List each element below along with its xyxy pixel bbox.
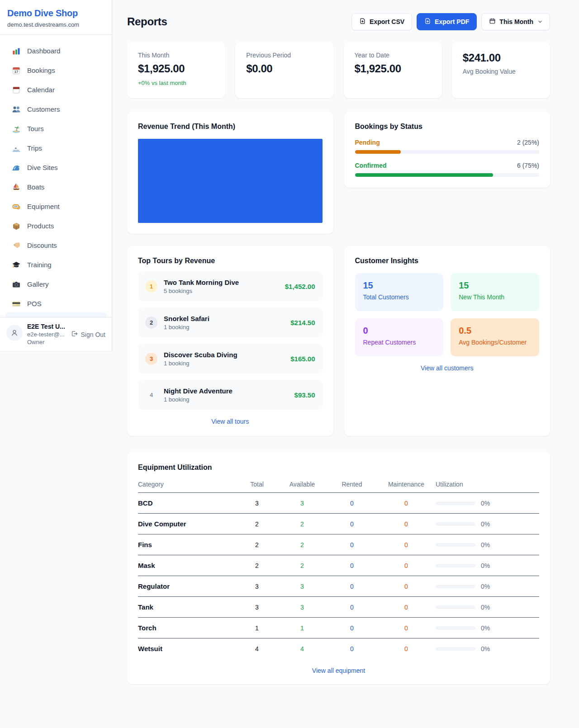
sidebar-item-label: Bookings (27, 66, 55, 74)
speedboat-icon (12, 144, 21, 153)
insight-repeat-customers: 0 Repeat Customers (355, 318, 444, 356)
revenue-trend-card: Revenue Trend (This Month) (127, 112, 333, 234)
stat-value: $1,925.00 (355, 62, 431, 75)
view-all-tours-link[interactable]: View all tours (138, 418, 323, 425)
stat-label: Year to Date (355, 52, 431, 59)
sidebar-item-tours[interactable]: Tours (0, 119, 112, 138)
insight-label: Total Customers (363, 293, 436, 301)
equipment-maintenance: 0 (377, 583, 436, 590)
insight-total-customers: 15 Total Customers (355, 273, 444, 311)
bar-chart-icon (12, 47, 21, 56)
insight-label: New This Month (459, 293, 531, 301)
sidebar-item-label: Calendar (27, 86, 55, 94)
equipment-table-header: Category Total Available Rented Maintena… (138, 481, 539, 493)
equipment-total: 3 (237, 583, 277, 590)
main-content: Reports Export CSV Export PDF This Month (112, 0, 579, 702)
view-all-equipment-link[interactable]: View all equipment (138, 667, 539, 674)
tour-list-item[interactable]: 1 Two Tank Morning Dive 5 bookings $1,45… (138, 271, 323, 301)
utilization-bar (436, 626, 475, 630)
column-header: Total (237, 481, 277, 488)
equipment-maintenance: 0 (377, 645, 436, 652)
sidebar-item-trips[interactable]: Trips (0, 138, 112, 158)
sidebar-item-label: Dive Sites (27, 164, 58, 171)
sidebar-item-calendar[interactable]: Calendar (0, 80, 112, 99)
equipment-rented: 0 (327, 562, 377, 569)
bookings-by-status-title: Bookings by Status (355, 123, 540, 131)
sidebar-item-training[interactable]: Training (0, 255, 112, 274)
equipment-maintenance: 0 (377, 562, 436, 569)
export-pdf-label: Export PDF (435, 18, 469, 25)
equipment-category: Tank (138, 603, 237, 611)
sign-out-button[interactable]: Sign Out (71, 330, 105, 339)
utilization-percent: 0% (481, 583, 490, 590)
equipment-rented: 0 (327, 645, 377, 652)
sidebar-item-label: Products (27, 222, 54, 230)
tour-list-item[interactable]: 3 Discover Scuba Diving 1 booking $165.0… (138, 344, 323, 373)
equipment-category: Dive Computer (138, 520, 237, 528)
sidebar-item-dashboard[interactable]: Dashboard (0, 41, 112, 61)
sidebar-item-boats[interactable]: Boats (0, 177, 112, 197)
stat-label: This Month (138, 52, 214, 59)
period-dropdown[interactable]: This Month (481, 13, 550, 30)
stat-label: Avg Booking Value (463, 68, 539, 75)
sidebar-item-reports-active-partial[interactable] (5, 312, 106, 317)
equipment-rented: 0 (327, 604, 377, 611)
tour-bookings: 1 booking (164, 396, 288, 403)
svg-text:17: 17 (14, 70, 18, 74)
sidebar-item-label: Trips (27, 144, 42, 152)
insight-label: Repeat Customers (363, 339, 436, 346)
equipment-available: 2 (277, 562, 327, 569)
progress-track (355, 150, 540, 154)
rank-badge: 3 (145, 353, 157, 365)
export-csv-button[interactable]: Export CSV (351, 13, 412, 30)
equipment-available: 4 (277, 645, 327, 652)
user-email: e2e-tester@... (27, 331, 66, 338)
chevron-down-icon (538, 19, 542, 24)
stat-value: $1,925.00 (138, 62, 214, 75)
sidebar-header: Demo Dive Shop demo.test.divestreams.com (0, 0, 112, 35)
table-row: Wetsuit 4 4 0 0 0% (138, 638, 539, 659)
sidebar-item-gallery[interactable]: Gallery (0, 274, 112, 294)
camera-icon (12, 280, 21, 289)
sidebar-item-label: Customers (27, 105, 60, 113)
calendar-date-icon: 17 (12, 66, 21, 75)
stat-value: $0.00 (246, 62, 323, 75)
column-header: Maintenance (377, 481, 436, 488)
equipment-total: 1 (237, 624, 277, 632)
status-row-pending: Pending 2 (25%) (355, 139, 540, 154)
sidebar-item-products[interactable]: Products (0, 216, 112, 236)
stats-row: This Month $1,925.00 +0% vs last month P… (127, 42, 550, 98)
sidebar-item-customers[interactable]: Customers (0, 99, 112, 119)
sidebar-item-bookings[interactable]: 17 Bookings (0, 61, 112, 80)
stat-value: $241.00 (463, 52, 539, 64)
logout-icon (71, 330, 78, 339)
progress-fill-confirmed (355, 173, 494, 177)
sidebar-item-equipment[interactable]: Equipment (0, 197, 112, 216)
equipment-utilization-card: Equipment Utilization Category Total Ava… (127, 452, 550, 684)
sidebar-item-pos[interactable]: POS (0, 294, 112, 313)
file-download-icon (359, 18, 366, 26)
graduation-cap-icon (12, 260, 21, 269)
utilization-bar (436, 522, 475, 526)
export-csv-label: Export CSV (370, 18, 404, 25)
equipment-available: 2 (277, 520, 327, 528)
insight-value: 0 (363, 326, 436, 336)
calendar-icon (489, 18, 496, 26)
equipment-total: 3 (237, 500, 277, 507)
tour-list-item[interactable]: 4 Night Dive Adventure 1 booking $93.50 (138, 380, 323, 410)
table-row: Fins 2 2 0 0 0% (138, 534, 539, 555)
equipment-category: Fins (138, 541, 237, 548)
view-all-customers-link[interactable]: View all customers (355, 364, 540, 372)
tour-list-item[interactable]: 2 Snorkel Safari 1 booking $214.50 (138, 307, 323, 337)
period-label: This Month (499, 18, 533, 25)
equipment-total: 3 (237, 604, 277, 611)
sidebar-item-label: Training (27, 261, 52, 269)
column-header: Category (138, 481, 237, 488)
status-value: 6 (75%) (517, 162, 539, 169)
insight-value: 15 (459, 280, 531, 291)
export-pdf-button[interactable]: Export PDF (417, 13, 477, 30)
insight-label: Avg Bookings/Customer (459, 339, 531, 346)
sidebar-item-dive-sites[interactable]: Dive Sites (0, 158, 112, 177)
utilization-bar (436, 605, 475, 609)
sidebar-item-discounts[interactable]: Discounts (0, 236, 112, 255)
